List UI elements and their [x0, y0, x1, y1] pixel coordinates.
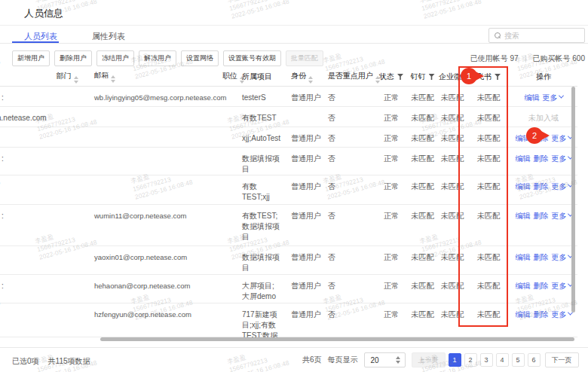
action-link-编辑[interactable]: 编辑	[516, 212, 531, 220]
cell-dingtalk: 未匹配	[406, 127, 439, 144]
action-link-更多[interactable]: 更多	[552, 134, 572, 142]
cell-email	[89, 148, 222, 154]
page-button-1[interactable]: 1	[449, 353, 461, 367]
table-body: :wb.liyingying05@mesg.corp.netease.comte…	[0, 87, 577, 337]
horizontal-scrollbar[interactable]	[100, 337, 574, 341]
action-link-删除[interactable]: 删除	[534, 282, 549, 290]
pagination: 共6页 每页显示 20 上一页 123456 下一页	[302, 352, 579, 367]
cell-position	[222, 107, 242, 113]
toolbar-button[interactable]: 设置账号有效期	[223, 50, 281, 66]
table-header: 部门邮箱职位所属项目身份是否重点用户状态钉钉企业微信飞书操作	[0, 68, 577, 87]
cell-dingtalk: 未匹配	[406, 87, 439, 103]
bought-accounts: 已购买帐号 600	[533, 53, 585, 64]
action-link-更多[interactable]: 更多	[552, 212, 572, 220]
page-button-5[interactable]: 5	[512, 353, 525, 367]
annotation-marker-2: 2	[526, 127, 543, 144]
cell-status: 正常	[376, 205, 406, 221]
toolbar-button[interactable]: 新增用户	[12, 50, 50, 66]
page-button-4[interactable]: 4	[496, 353, 509, 367]
cell-left-clipped: :	[0, 205, 45, 211]
cell-keyuser: 否	[325, 107, 376, 123]
page-button-2[interactable]: 2	[464, 353, 477, 367]
action-link-编辑[interactable]: 编辑	[516, 310, 531, 319]
cell-identity: 普通用户	[286, 127, 325, 144]
cell-keyuser: 否	[325, 148, 376, 164]
action-link-删除[interactable]: 删除	[534, 182, 549, 191]
action-link-编辑[interactable]: 编辑	[516, 182, 531, 191]
cell-identity: 普通用户	[286, 205, 325, 221]
selected-count: 已选0项	[12, 357, 39, 365]
action-link-编辑[interactable]: 编辑	[525, 93, 540, 102]
cell-wecom: 未匹配	[439, 246, 466, 263]
per-page-label: 每页显示	[328, 355, 358, 365]
sort-icon[interactable]	[74, 76, 78, 84]
sort-icon[interactable]	[111, 75, 115, 83]
tabbar-divider	[0, 43, 588, 44]
action-link-更多[interactable]: 更多	[543, 93, 563, 102]
action-link-更多[interactable]: 更多	[552, 182, 572, 191]
cell-project: xjj;AutoTest	[242, 127, 286, 144]
cell-email: wb.liyingying05@mesg.corp.netease.com	[89, 87, 222, 103]
cell-dept	[45, 303, 89, 309]
cell-status: 正常	[376, 148, 406, 164]
toolbar-button[interactable]: 解冻用户	[139, 50, 176, 66]
action-link-更多[interactable]: 更多	[552, 310, 572, 319]
used-accounts: 已使用帐号 97	[470, 53, 519, 64]
action-link-更多[interactable]: 更多	[552, 154, 572, 163]
action-link-编辑[interactable]: 编辑	[516, 282, 531, 290]
search-box[interactable]	[488, 28, 585, 43]
page-button-3[interactable]: 3	[480, 353, 493, 367]
cell-feishu: 未匹配	[466, 148, 511, 164]
cell-feishu: 未匹配	[466, 205, 511, 221]
column-label: 操作	[536, 72, 551, 81]
cell-feishu: 未匹配	[466, 175, 511, 192]
toolbar-button[interactable]: 删除用户	[54, 50, 92, 66]
cell-left-clipped	[0, 246, 45, 252]
column-label: 所属项目	[242, 72, 272, 81]
action-link-编辑[interactable]: 编辑	[516, 154, 531, 163]
page-size-select[interactable]: 20	[364, 352, 406, 367]
cell-project: 有数 TEST;xjj	[242, 175, 286, 203]
toolbar-button[interactable]: 设置网络	[181, 50, 219, 66]
cell-left-clipped: :	[0, 275, 45, 281]
action-link-更多[interactable]: 更多	[552, 282, 572, 290]
filter-icon[interactable]	[495, 74, 501, 80]
cell-status: 正常	[376, 303, 406, 320]
action-link-删除[interactable]: 删除	[534, 310, 549, 319]
cell-identity	[286, 107, 325, 113]
cell-dingtalk: 未匹配	[406, 107, 439, 123]
annotation-marker-1: 1	[461, 68, 477, 84]
select-spinner-icon	[396, 356, 400, 364]
action-link-删除[interactable]: 删除	[534, 154, 549, 163]
sort-icon[interactable]	[308, 76, 313, 84]
cell-wecom: 未匹配	[439, 148, 466, 164]
cell-wecom: 未匹配	[439, 107, 466, 123]
cell-action: 编辑删除更多	[511, 303, 576, 320]
footer: 已选0项共115项数据 共6页 每页显示 20 上一页 123456 下一页	[0, 347, 588, 372]
action-link-删除[interactable]: 删除	[534, 253, 549, 261]
cell-dept	[45, 175, 89, 181]
column-header-identity: 身份	[286, 71, 325, 84]
cell-dept	[45, 87, 89, 93]
search-input[interactable]	[504, 32, 580, 40]
filter-icon[interactable]	[397, 74, 403, 80]
next-page-button[interactable]: 下一页	[545, 352, 579, 367]
table-row: yaoxin01@corp.netease.com数据填报项 目普通用户否正常未…	[0, 246, 577, 275]
page-button-6[interactable]: 6	[528, 353, 541, 367]
tab-person-list[interactable]: 人员列表	[24, 31, 57, 42]
cell-wecom: 未匹配	[439, 127, 466, 144]
cell-project: testerS	[242, 87, 286, 103]
cell-keyuser: 否	[325, 205, 376, 221]
cell-left-clipped	[0, 175, 45, 181]
filter-icon[interactable]	[429, 74, 435, 80]
cell-dingtalk: 未匹配	[406, 246, 439, 263]
action-link-编辑[interactable]: 编辑	[516, 253, 531, 261]
toolbar: 新增用户删除用户冻结用户解冻用户设置网络设置账号有效期批量匹配	[12, 50, 323, 66]
action-link-更多[interactable]: 更多	[552, 253, 572, 261]
tab-attribute-list[interactable]: 属性列表	[92, 31, 125, 42]
cell-left-clipped: :	[0, 148, 45, 154]
cell-position	[222, 275, 242, 281]
action-link-删除[interactable]: 删除	[534, 212, 549, 220]
toolbar-button[interactable]: 冻结用户	[96, 50, 134, 66]
vertical-scrollbar[interactable]	[571, 87, 575, 313]
